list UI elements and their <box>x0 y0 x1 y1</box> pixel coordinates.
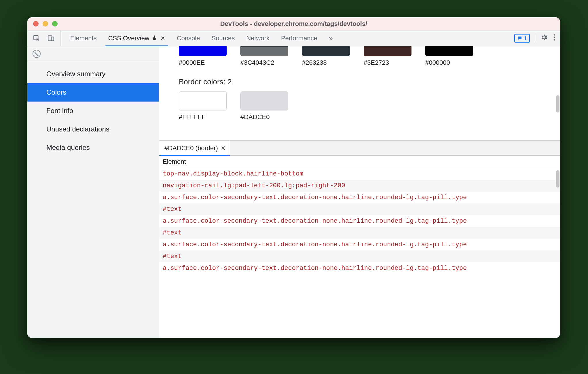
tab-label: Elements <box>70 35 97 42</box>
issues-count: 1 <box>524 35 527 42</box>
element-row[interactable]: #text <box>159 227 560 239</box>
sidebar-item-unused-declarations[interactable]: Unused declarations <box>27 120 159 138</box>
color-chip <box>179 91 227 110</box>
color-hex-label: #DADCE0 <box>240 113 288 121</box>
tab-network[interactable]: Network <box>240 30 275 46</box>
color-chip <box>425 46 473 56</box>
color-hex-label: #3C4043C2 <box>240 59 288 66</box>
color-swatch[interactable]: #3E2723 <box>364 46 411 66</box>
panel-tabs: Elements CSS Overview ✕ Console Sources … <box>60 30 510 46</box>
close-tab-icon[interactable]: ✕ <box>160 35 165 42</box>
element-row[interactable]: #text <box>159 203 560 215</box>
content-area: Overview summary Colors Font info Unused… <box>27 46 560 338</box>
sidebar-items: Overview summary Colors Font info Unused… <box>27 61 159 157</box>
color-swatch[interactable]: #DADCE0 <box>240 91 288 121</box>
devtools-window: DevTools - developer.chrome.com/tags/dev… <box>27 17 560 338</box>
svg-point-5 <box>554 39 555 41</box>
detail-column-header: Element <box>159 156 560 168</box>
more-menu-icon[interactable] <box>553 34 555 43</box>
minimize-window-button[interactable] <box>43 21 48 26</box>
window-controls <box>33 21 58 26</box>
experimental-icon <box>152 35 157 42</box>
sidebar-item-colors[interactable]: Colors <box>27 83 159 102</box>
window-title: DevTools - developer.chrome.com/tags/dev… <box>220 20 367 28</box>
color-swatch[interactable]: #000000 <box>425 46 473 66</box>
sidebar-toolbar <box>27 46 159 61</box>
border-colors-heading: Border colors: 2 <box>179 77 553 86</box>
colors-section: #0000EE #3C4043C2 #263238 #3E2723 <box>159 46 560 140</box>
color-swatch[interactable]: #0000EE <box>179 46 227 66</box>
element-row[interactable]: a.surface.color-secondary-text.decoratio… <box>159 215 560 227</box>
scrollbar-thumb[interactable] <box>556 170 559 188</box>
color-hex-label: #0000EE <box>179 59 227 66</box>
tab-label: Sources <box>211 35 235 42</box>
close-detail-tab-icon[interactable]: ✕ <box>221 145 226 152</box>
svg-point-4 <box>554 37 555 38</box>
color-chip <box>364 46 411 56</box>
color-hex-label: #FFFFFF <box>179 113 227 121</box>
sidebar-item-font-info[interactable]: Font info <box>27 102 159 120</box>
tab-elements[interactable]: Elements <box>65 30 103 46</box>
tabbar-left-tools <box>27 30 60 46</box>
sidebar-item-overview-summary[interactable]: Overview summary <box>27 65 159 83</box>
color-chip <box>179 46 227 56</box>
detail-element-list: top-nav.display-block.hairline-bottom na… <box>159 168 560 338</box>
sidebar-item-media-queries[interactable]: Media queries <box>27 138 159 157</box>
color-hex-label: #3E2723 <box>364 59 411 66</box>
clear-overview-icon[interactable] <box>33 50 41 58</box>
tabs-overflow[interactable]: » <box>323 30 339 46</box>
tab-label: Console <box>177 35 200 42</box>
svg-point-3 <box>554 34 555 36</box>
tab-label: Performance <box>281 35 317 42</box>
color-chip <box>240 46 288 56</box>
element-row[interactable]: #text <box>159 251 560 262</box>
css-overview-sidebar: Overview summary Colors Font info Unused… <box>27 46 159 338</box>
scrollbar-thumb[interactable] <box>556 95 559 112</box>
color-hex-label: #000000 <box>425 59 473 66</box>
toggle-device-icon[interactable] <box>47 34 55 42</box>
detail-tabs: #DADCE0 (border) ✕ <box>159 141 560 156</box>
tab-css-overview[interactable]: CSS Overview ✕ <box>103 30 171 46</box>
divider <box>535 34 535 43</box>
color-swatch[interactable]: #3C4043C2 <box>240 46 288 66</box>
tab-label: Network <box>246 35 270 42</box>
color-chip <box>302 46 350 56</box>
detail-tab[interactable]: #DADCE0 (border) ✕ <box>159 141 230 155</box>
settings-gear-icon[interactable] <box>540 34 548 43</box>
devtools-tabbar: Elements CSS Overview ✕ Console Sources … <box>27 30 560 46</box>
color-chip <box>240 91 288 110</box>
chevrons-right-icon: » <box>329 34 333 43</box>
issues-badge[interactable]: 1 <box>514 34 530 43</box>
tabbar-right-tools: 1 <box>510 30 560 46</box>
color-hex-label: #263238 <box>302 59 350 66</box>
close-window-button[interactable] <box>33 21 39 26</box>
svg-rect-2 <box>51 37 54 41</box>
color-row-top: #0000EE #3C4043C2 #263238 #3E2723 <box>179 46 553 66</box>
tab-sources[interactable]: Sources <box>206 30 240 46</box>
inspect-element-icon[interactable] <box>33 34 41 42</box>
color-swatch[interactable]: #263238 <box>302 46 350 66</box>
element-row[interactable]: a.surface.color-secondary-text.decoratio… <box>159 192 560 203</box>
element-row[interactable]: a.surface.color-secondary-text.decoratio… <box>159 239 560 251</box>
color-swatch[interactable]: #FFFFFF <box>179 91 227 121</box>
tab-label: CSS Overview <box>108 35 149 42</box>
zoom-window-button[interactable] <box>52 21 58 26</box>
element-row[interactable]: top-nav.display-block.hairline-bottom <box>159 168 560 180</box>
tab-console[interactable]: Console <box>171 30 206 46</box>
tab-performance[interactable]: Performance <box>275 30 323 46</box>
titlebar: DevTools - developer.chrome.com/tags/dev… <box>27 17 560 30</box>
main-panel: #0000EE #3C4043C2 #263238 #3E2723 <box>159 46 560 338</box>
element-row[interactable]: a.surface.color-secondary-text.decoratio… <box>159 262 560 274</box>
element-row[interactable]: navigation-rail.lg:pad-left-200.lg:pad-r… <box>159 180 560 192</box>
detail-panel: #DADCE0 (border) ✕ Element top-nav.displ… <box>159 140 560 338</box>
detail-tab-label: #DADCE0 (border) <box>164 144 218 152</box>
color-row-border: #FFFFFF #DADCE0 <box>179 91 553 121</box>
